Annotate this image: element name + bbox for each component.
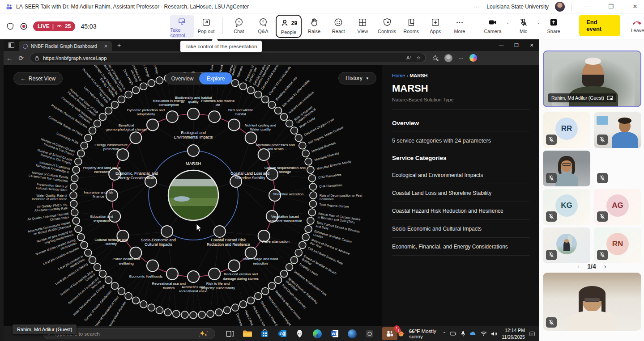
copilot-icon[interactable] [469,54,477,62]
participant-video-tile[interactable] [594,112,641,148]
back-button[interactable]: ← [4,55,15,62]
taskbar-weather[interactable]: 1 66°F Mostly sunny [397,328,438,339]
taskbar-clock[interactable]: 12:14 PM 11/26/2025 [502,327,525,340]
browser-profile-avatar[interactable] [444,54,452,62]
mic-button[interactable]: Mic [512,15,536,38]
participant-initials-tile[interactable]: AG [594,189,641,225]
people-button[interactable]: 29 People [276,15,302,38]
tray-wifi-icon[interactable] [481,331,487,336]
service-category-item[interactable]: Socio-Economic and Cultural Impacts [392,220,529,238]
service-category-item[interactable]: Coastal Land Loss and Shoreline Stabilit… [392,184,529,202]
pop-out-button[interactable]: Pop out [195,15,218,38]
participant-initials-tile[interactable]: RN [594,227,641,263]
participant-muted-tile[interactable] [594,151,641,186]
participant-video-tile[interactable] [543,151,590,186]
more-button[interactable]: More [448,15,471,38]
qna-button[interactable]: ? Q&A [252,15,275,38]
browser-tab[interactable]: NNBF Radial Graph Dashboard ✕ [19,41,112,51]
mic-muted-badge [546,173,557,183]
controls-shield-icon [382,17,392,27]
tray-chevron-icon[interactable]: ⌃ [443,331,446,336]
refresh-button[interactable]: ⟳ [15,55,27,62]
search-highlights-icon[interactable] [197,330,210,338]
overview-text: 5 service categories with 24 parameters [392,131,529,145]
speaker-video-tile[interactable]: Rahim, Md Adilur (Guest) [543,51,641,107]
participant-initials-tile[interactable]: KG [543,189,590,225]
explore-toggle[interactable]: Explore [199,72,232,84]
take-control-button[interactable]: Take control [170,15,193,38]
new-tab-button[interactable]: + [117,42,121,49]
alienware-icon[interactable] [295,329,305,339]
titlebar-more-menu[interactable]: ··· [473,3,480,10]
mic-dropdown-chevron[interactable]: ⌄ [537,20,541,25]
controls-button[interactable]: Controls [375,15,398,38]
pager-prev-icon[interactable]: ‹ [577,263,580,270]
read-aloud-icon[interactable]: A⁾ [406,55,411,61]
share-button[interactable]: Share [542,15,565,38]
history-dropdown[interactable]: History ▼ [338,72,376,84]
chat-button[interactable]: Chat [227,15,251,38]
window-close-button[interactable]: ✕ [626,0,644,13]
leave-button[interactable]: Leave [627,15,644,33]
tray-volume-icon[interactable] [491,331,497,337]
service-category-item[interactable]: Ecological and Environmental Impacts [392,166,529,184]
svg-text:Dynamic protection andadaptabi: Dynamic protection andadaptability [127,108,165,117]
svg-text:Risk to life andproperty: vuln: Risk to life andproperty: vulnerability [201,282,235,290]
browser-restore-button[interactable]: ❐ [509,40,524,51]
window-minimize-button[interactable]: — [578,0,596,13]
webex-icon[interactable] [347,329,357,339]
end-event-button[interactable]: End event [579,15,620,36]
detail-panel: Home › MARSH MARSH Nature-Based Solution… [382,65,539,326]
browser-close-button[interactable]: ✕ [524,40,539,51]
service-category-item[interactable]: Economic, Financial, and Energy Consider… [392,238,529,256]
desktop-screen: LA-SEER Talk with Dr. Md Adilur Rahim, A… [0,0,644,341]
meeting-toolbar: LIVE| 25 45:03 Take control [0,13,644,39]
reset-view-button[interactable]: ←Reset View [13,72,63,85]
browser-more-icon[interactable]: ··· [458,55,464,61]
radial-graph[interactable]: Survival of plantingsNumber of speciesAb… [4,65,382,326]
file-explorer-icon[interactable] [243,329,252,339]
tray-onedrive-icon[interactable] [469,331,477,336]
browser-minimize-button[interactable]: — [494,40,509,51]
apps-button[interactable]: Apps [424,15,447,38]
camera-button[interactable]: Camera [481,15,505,38]
word-icon[interactable]: W [330,329,340,339]
breadcrumb-home-link[interactable]: Home [392,73,405,78]
bottom-video-tile[interactable] [543,273,641,331]
raise-hand-button[interactable]: Raise [303,15,326,38]
url-text: https://nnbfgraph.vercel.app [43,55,107,61]
react-button[interactable]: React [327,15,350,38]
participant-photo-tile[interactable] [543,227,590,263]
svg-text:W: W [332,332,336,336]
svg-text:Microbial Biomass: Microbial Biomass [311,141,336,153]
overview-toggle[interactable]: Overview [166,76,199,82]
share-screen-icon [549,17,559,27]
microsoft-store-icon[interactable] [260,329,270,339]
vertical-tabs-icon[interactable] [8,42,14,48]
participant-initials-tile[interactable]: RR [543,112,590,148]
tab-close-icon[interactable]: ✕ [104,43,108,49]
window-title: LA-SEER Talk with Dr. Md Adilur Rahim, A… [16,4,249,10]
camera-dropdown-chevron[interactable]: ⌄ [506,20,510,25]
task-view-icon[interactable] [225,329,235,339]
outlook-icon[interactable]: O [277,329,287,339]
window-maximize-button[interactable]: ❐ [602,0,620,13]
favorite-star-icon[interactable]: ☆ [416,55,421,61]
edge-icon[interactable] [312,329,322,339]
svg-text:Stabilizing Mineral Content: Stabilizing Mineral Content [274,290,302,320]
view-button[interactable]: View [351,15,374,38]
notification-center-icon[interactable] [529,331,535,337]
security-shield-icon[interactable] [6,22,14,30]
tray-device-icon[interactable] [450,331,457,337]
svg-text:Survey of Visitor Satisfaction: Survey of Visitor Satisfaction [84,290,112,322]
recording-icon[interactable] [20,22,28,30]
pager-next-icon[interactable]: › [604,263,606,270]
utility-app-icon[interactable] [365,329,375,339]
service-category-item[interactable]: Coastal Hazard Risk Reduction and Resili… [392,202,529,220]
user-avatar[interactable] [555,2,565,12]
address-bar[interactable]: https://nnbfgraph.vercel.app A⁾ ☆ [30,53,426,63]
rooms-button[interactable]: Rooms [400,15,423,38]
teams-taskbar-icon[interactable]: 1 [382,327,397,340]
tray-mic-icon[interactable] [461,331,465,337]
collections-icon[interactable] [432,55,439,61]
